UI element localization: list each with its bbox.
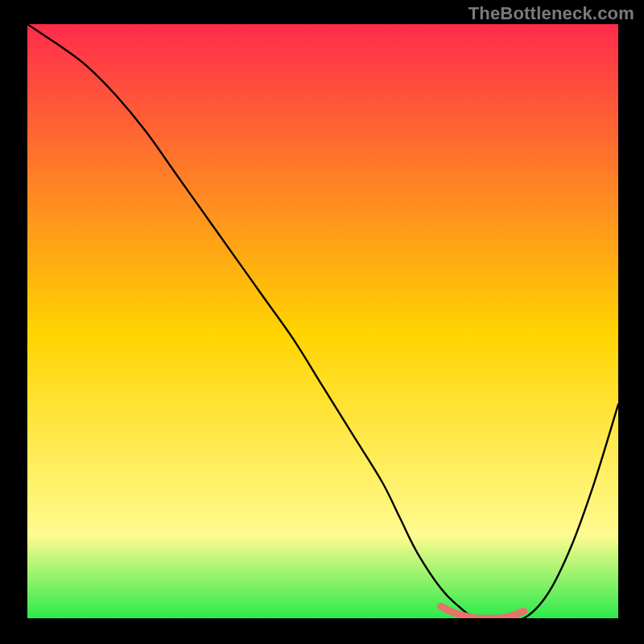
watermark-text: TheBottleneck.com	[469, 3, 634, 24]
chart-frame: TheBottleneck.com	[0, 0, 644, 644]
bottleneck-chart-svg	[27, 24, 618, 618]
gradient-background	[27, 24, 618, 618]
plot-area	[27, 24, 618, 618]
